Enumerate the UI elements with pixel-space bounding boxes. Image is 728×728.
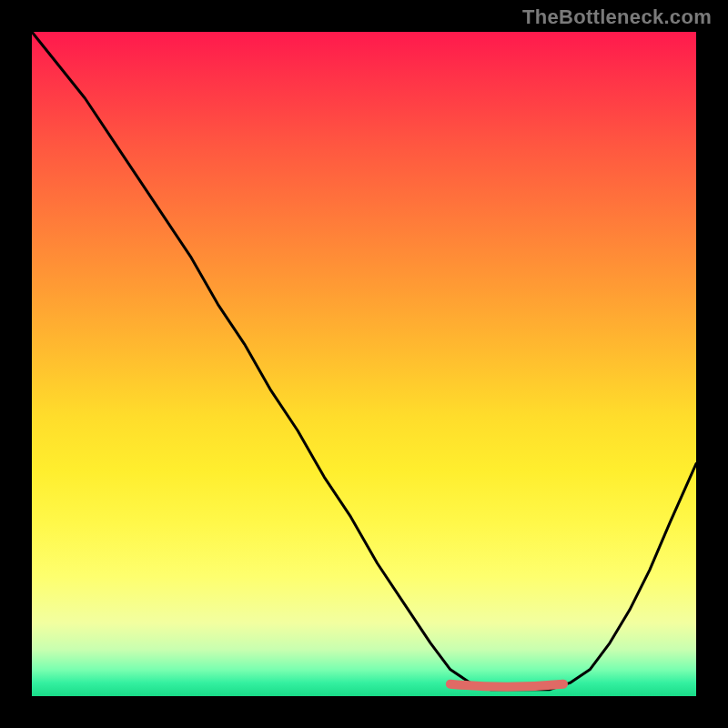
chart-svg: [32, 32, 696, 696]
watermark-text: TheBottleneck.com: [522, 5, 712, 29]
valley-marker-path: [450, 684, 563, 687]
chart-stage: TheBottleneck.com: [0, 0, 728, 728]
plot-area: [32, 32, 696, 696]
bottleneck-curve-path: [32, 32, 696, 690]
